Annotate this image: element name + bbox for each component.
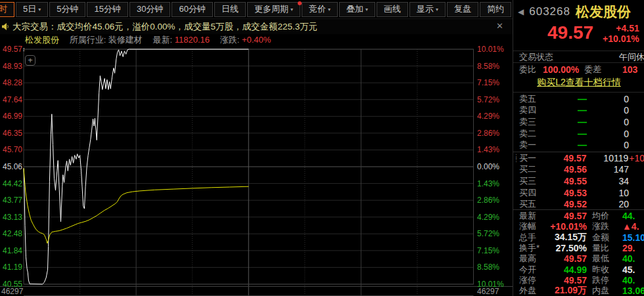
l2-promo-row: 购买L2查看十档行情 — [513, 76, 644, 93]
stats-value: 44. — [622, 211, 644, 221]
add-to-watchlist-icon[interactable]: + — [25, 55, 35, 66]
stats-row: 涨停49.57跌停40. — [513, 275, 644, 285]
price-arrows-icon: ↕ — [22, 46, 26, 53]
l2-purchase-link[interactable]: 购买L2查看十档行情 — [537, 77, 621, 87]
percent-axis-label: 7.15% — [477, 247, 513, 255]
stats-value: 49.57 — [545, 275, 587, 285]
stats-value: 21.09万 — [545, 285, 587, 296]
stats-value: 40. — [622, 253, 644, 264]
stats-label: 换手* — [513, 242, 545, 254]
sell-row-label: 卖三 — [513, 116, 540, 128]
percent-axis-label: 7.15% — [477, 79, 513, 87]
stats-label: 最低 — [587, 253, 620, 264]
last-price: 49.57 — [547, 22, 593, 44]
price-axis-label: 45.06 — [0, 163, 22, 171]
buy-row-price: 49.56 — [540, 164, 587, 175]
weicha-label: 委差 — [584, 64, 601, 75]
stats-label: 跌停 — [587, 274, 620, 286]
trade-status-label: 交易状态 — [519, 51, 553, 63]
percent-axis-label: 5.72% — [477, 230, 513, 238]
buy-row-label: 买五 — [513, 198, 540, 210]
quote-header: ◀ 603268 松发股份 — [513, 3, 644, 20]
panel-drag-handle[interactable]: ⋮⋮⋮⋮ — [513, 155, 525, 161]
price-axis-label: 40.55 — [0, 280, 22, 288]
percent-axis-label: 4.29% — [477, 112, 513, 120]
buy-row-price: 49.52 — [540, 199, 587, 209]
price-axis-label: 43.77 — [0, 196, 22, 204]
stats-grid: 最新49.57均价44.涨幅+10.01%涨跌▲4.总手34.15万金额15.1… — [513, 209, 644, 296]
sell-row-label: 卖五 — [513, 93, 540, 105]
stats-row: 最高49.57最低40. — [513, 253, 644, 264]
buy-row-label: 买三 — [513, 175, 540, 187]
price-axis-label: 45.70 — [0, 146, 22, 154]
trade-status-row: 交易状态 午间休 — [513, 51, 644, 62]
sell-row-price: — — [540, 94, 587, 104]
sell-row-price: — — [540, 129, 587, 139]
price-axis-label: 47.64 — [0, 96, 22, 104]
percent-axis-label: 5.72% — [477, 96, 513, 104]
intraday-chart[interactable]: ↕ + 46297 46297 49.5748.9348.2847.6446.9… — [0, 0, 513, 296]
price-axis-label: 41.84 — [0, 247, 22, 255]
sell-row-qty: 0 — [587, 94, 629, 104]
sell-row-label: 卖一 — [513, 139, 540, 151]
chart-section: 分时5日▾5分钟15分钟30分钟60分钟日线更多周期▾ 竞价▾叠加▾画线显示▾复… — [0, 0, 513, 296]
sell-order-book: 卖五—0卖四—0卖三—0卖二—0卖一—0 — [513, 93, 644, 151]
stats-value: 44.99 — [545, 264, 587, 275]
stats-row: 最新49.57均价44. — [513, 211, 644, 221]
price-axis-label: 48.93 — [0, 62, 22, 70]
buy-row-qty: 10 — [587, 188, 629, 198]
stats-label: 均价 — [587, 210, 620, 222]
stats-label: 内盘 — [587, 285, 620, 296]
sell-row-label: 卖四 — [513, 104, 540, 116]
stock-name: 松发股份 — [576, 3, 631, 21]
stats-row: 外盘21.09万内盘13.06 — [513, 285, 644, 296]
sell-row: 卖四—0 — [513, 105, 644, 117]
weibi-value: 100.00% — [543, 64, 579, 75]
weibi-label: 委比 — [519, 64, 536, 75]
stats-label: 金额 — [587, 232, 620, 243]
percent-axis-label: 1.43% — [477, 146, 513, 154]
stats-row: 总手34.15万金额15.10 — [513, 232, 644, 243]
price-axis-label: 46.99 — [0, 112, 22, 120]
chart-canvas — [0, 0, 513, 296]
price-axis-label: 43.13 — [0, 213, 22, 221]
buy-row: 买二49.56147 — [513, 164, 644, 176]
percent-axis-label: 0.00% — [477, 163, 513, 171]
sell-row-label: 卖二 — [513, 128, 540, 140]
change-block: +4.51 +10.01% — [603, 22, 639, 44]
buy-row-qty: 147 — [587, 164, 629, 175]
stats-value: 49.57 — [545, 253, 587, 264]
stock-code: 603268 — [529, 5, 570, 18]
buy-row: 买四49.5310 — [513, 187, 644, 199]
buy-row-price: 49.57 — [540, 153, 587, 163]
trade-status-value: 午间休 — [619, 51, 644, 63]
percent-axis-label: 1.43% — [477, 180, 513, 188]
price-axis-label: 44.42 — [0, 180, 22, 188]
quote-panel: ◀ 603268 松发股份 49.57 +4.51 +10.01% 交易状态 午… — [513, 0, 644, 296]
stats-value: 15.10 — [622, 232, 644, 243]
percent-axis-label: 10.01% — [477, 280, 513, 288]
percent-axis-label: 2.86% — [477, 196, 513, 204]
stats-value: 34.15万 — [545, 232, 587, 243]
stats-value: 13.06 — [622, 285, 644, 296]
sell-row: 卖五—0 — [513, 93, 644, 105]
percent-axis-label: 8.58% — [477, 263, 513, 271]
sell-row-qty: 0 — [587, 117, 629, 127]
buy-row-qty-change: +10 — [628, 153, 644, 163]
back-arrow-icon[interactable]: ◀ — [518, 7, 524, 16]
stats-label: 涨幅 — [513, 221, 545, 232]
buy-row: 买一49.5710119+10 — [513, 152, 644, 164]
percent-axis-label: 10.01% — [477, 45, 513, 53]
stats-label: 总手 — [513, 232, 545, 243]
stats-value: +10.01% — [545, 221, 587, 232]
stats-value: 45. — [622, 264, 644, 275]
sell-row-qty: 0 — [587, 140, 629, 150]
stats-label: 昨收 — [587, 264, 620, 276]
stats-label: 外盘 — [513, 285, 545, 296]
percent-axis-label: 4.29% — [477, 213, 513, 221]
sell-row-qty: 0 — [587, 105, 629, 116]
price-axis-label: 49.57 — [0, 45, 22, 53]
stats-row: 换手*27.50%量比29. — [513, 243, 644, 253]
change-value: +4.51 — [616, 23, 639, 33]
buy-row-qty: 34 — [587, 176, 629, 186]
